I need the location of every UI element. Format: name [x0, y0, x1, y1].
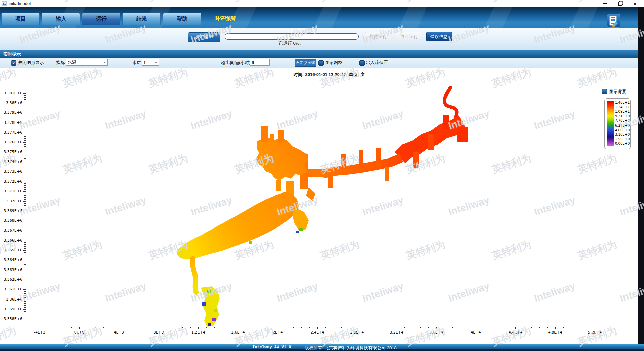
edit-document-icon[interactable] — [607, 14, 620, 28]
close-graph-checkbox[interactable]: ✓ — [11, 60, 16, 66]
app-icon — [2, 1, 7, 6]
y-minor-tick — [24, 313, 26, 313]
x-minor-tick — [428, 327, 429, 328]
title-bar: initialmodel × — [0, 0, 644, 8]
y-minor-tick — [24, 199, 26, 200]
close-button[interactable]: × — [630, 1, 640, 7]
y-major-tick — [23, 172, 26, 172]
layer-dropdown[interactable]: 1 — [142, 59, 159, 66]
tab-help[interactable]: 帮助 — [163, 13, 201, 25]
run-status-text: 已运行 0%。 — [225, 40, 358, 46]
y-minor-tick — [24, 288, 26, 288]
y-major-tick — [23, 201, 26, 202]
y-major-tick — [23, 231, 26, 231]
x-minor-tick — [563, 327, 564, 328]
x-minor-tick — [286, 327, 286, 328]
x-minor-tick — [206, 327, 207, 328]
tab-input[interactable]: 输入 — [42, 13, 80, 25]
y-minor-tick — [24, 264, 26, 265]
y-minor-tick — [24, 121, 26, 121]
y-minor-tick — [24, 282, 26, 282]
y-minor-tick — [24, 185, 26, 186]
x-minor-tick — [103, 327, 104, 328]
stop-run-button[interactable]: 终止运行 — [396, 32, 422, 41]
indicator-value: 水温 — [68, 59, 76, 65]
show-grid-label: 显示网格 — [325, 58, 343, 68]
x-minor-tick — [167, 327, 167, 328]
x-major-tick — [317, 327, 318, 329]
y-tick-label: 3.365E+6 — [1, 248, 22, 252]
indicator-dropdown[interactable]: 水温 — [66, 59, 108, 66]
copyright-text: 版权所有: 北京英特利为环境科技有限公司 2018 — [305, 345, 397, 351]
output-interval-input[interactable] — [250, 59, 270, 66]
y-tick-label: 3.368E+6 — [1, 218, 22, 223]
y-minor-tick — [24, 239, 26, 239]
error-info-button[interactable]: 错误信息 — [426, 32, 452, 41]
custom-palette-button[interactable]: 自定义图谱 — [295, 59, 316, 67]
y-major-tick — [23, 162, 26, 162]
y-major-tick — [23, 280, 26, 280]
y-minor-tick — [24, 131, 26, 131]
y-major-tick — [23, 211, 26, 211]
colorbar-labels: 1.40E+11.24E+11.09E+19.31E+07.76E+06.21E… — [615, 99, 630, 149]
y-minor-tick — [24, 315, 26, 315]
restore-button[interactable] — [615, 1, 625, 7]
tab-result[interactable]: 结果 — [122, 13, 161, 25]
y-tick-label: 3.359E+6 — [1, 307, 22, 311]
x-minor-tick — [301, 327, 302, 328]
y-tick-label: 3.374E+6 — [1, 160, 22, 164]
pause-run-button[interactable]: 暂停运行 — [365, 32, 391, 41]
temperature-map — [26, 86, 633, 327]
show-background-checkbox[interactable] — [602, 89, 607, 94]
y-minor-tick — [24, 203, 26, 204]
y-major-tick — [23, 241, 26, 241]
show-grid-checkbox[interactable] — [318, 60, 324, 66]
y-minor-tick — [24, 144, 26, 145]
y-minor-tick — [24, 233, 26, 233]
x-minor-tick — [246, 327, 246, 328]
y-tick-label: 3.381E+6 — [1, 91, 22, 95]
x-major-tick — [119, 327, 119, 329]
y-minor-tick — [24, 146, 26, 147]
y-minor-tick — [24, 219, 26, 219]
tab-environment-warning[interactable]: 环评/预警 — [215, 15, 236, 22]
colorbar-value-label: 6.21E+0 — [615, 124, 630, 127]
x-major-tick — [555, 327, 556, 329]
y-minor-tick — [24, 195, 26, 196]
y-major-tick — [23, 250, 26, 251]
y-minor-tick — [24, 248, 26, 249]
x-major-tick — [198, 327, 199, 329]
x-tick-label: 2.8E+4 — [345, 330, 369, 335]
tab-run[interactable]: 运行 — [82, 13, 120, 25]
x-minor-tick — [325, 327, 326, 328]
tab-project[interactable]: 项目 — [1, 13, 40, 25]
x-major-tick — [515, 327, 516, 329]
x-minor-tick — [404, 327, 405, 328]
y-minor-tick — [24, 254, 26, 254]
minimize-button[interactable] — [600, 1, 610, 7]
flow-positions-checkbox[interactable] — [359, 60, 365, 66]
x-minor-tick — [468, 327, 468, 328]
colorbar-value-label: 4.66E+0 — [615, 128, 630, 132]
x-tick-label: 5.2E+4 — [583, 330, 607, 335]
y-minor-tick — [24, 268, 26, 268]
y-major-tick — [23, 113, 26, 113]
x-major-tick — [357, 327, 357, 329]
x-minor-tick — [349, 327, 349, 328]
x-tick-label: 1.2E+4 — [186, 330, 210, 335]
y-minor-tick — [24, 229, 26, 229]
y-major-tick — [23, 221, 26, 221]
y-minor-tick — [24, 119, 26, 119]
x-minor-tick — [56, 327, 56, 328]
x-major-tick — [436, 327, 437, 329]
y-minor-tick — [24, 174, 26, 174]
chevron-down-icon — [155, 62, 157, 63]
x-minor-tick — [587, 327, 587, 328]
y-tick-label: 3.376E+6 — [1, 140, 22, 144]
y-major-tick — [23, 319, 26, 319]
colorbar-value-label: 1.09E+1 — [615, 110, 630, 113]
y-tick-label: 3.363E+6 — [1, 268, 22, 272]
y-minor-tick — [24, 256, 26, 256]
x-minor-tick — [270, 327, 270, 328]
run-model-button[interactable]: 运行模型 — [188, 32, 220, 42]
